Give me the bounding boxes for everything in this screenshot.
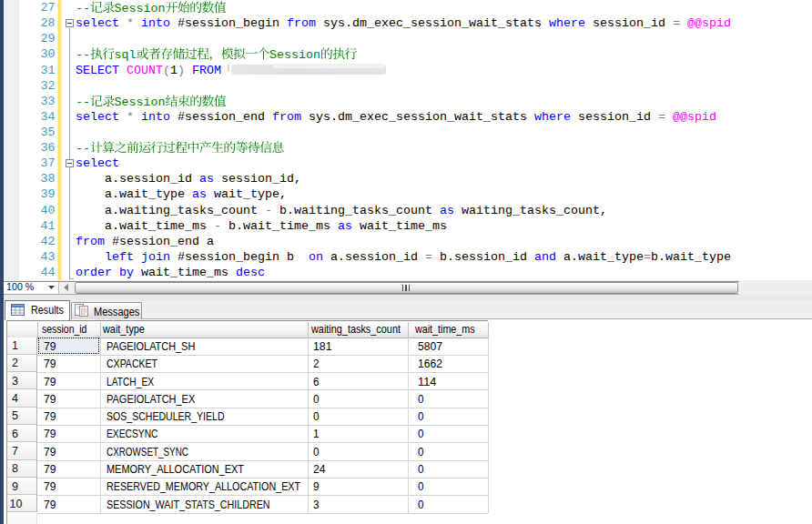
svg-text:--: -- [76, 142, 90, 156]
svg-text:--: -- [76, 95, 90, 108]
svg-text:--: -- [76, 2, 90, 15]
svg-text:Session: Session [269, 48, 320, 62]
svg-text:Session: Session [115, 2, 166, 15]
svg-text:Session: Session [115, 95, 166, 108]
svg-text:--: -- [76, 48, 90, 62]
svg-text:sql: sql [115, 48, 137, 62]
